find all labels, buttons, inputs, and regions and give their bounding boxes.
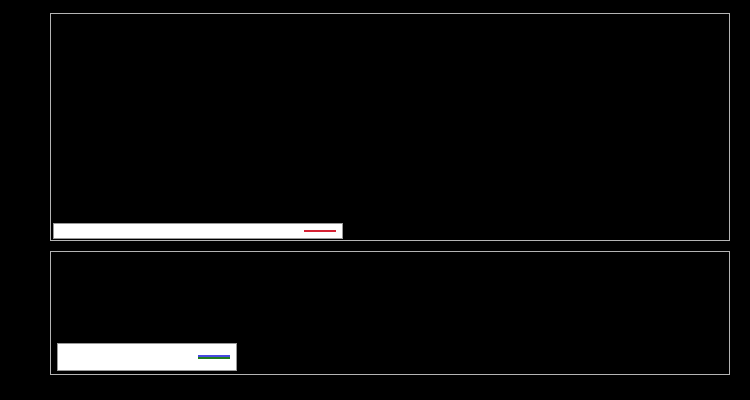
returns-plot-area: [50, 251, 730, 375]
volatility-line-svg: [51, 14, 729, 240]
legend-row: [58, 357, 236, 359]
volatility-plot-area: [50, 13, 730, 241]
volatility-legend: [53, 223, 343, 239]
legend-row: [54, 230, 342, 232]
chart-screen: [0, 0, 750, 400]
price-line-sample: [198, 357, 230, 359]
returns-legend: [57, 343, 237, 371]
volatility-line-sample: [304, 230, 336, 232]
